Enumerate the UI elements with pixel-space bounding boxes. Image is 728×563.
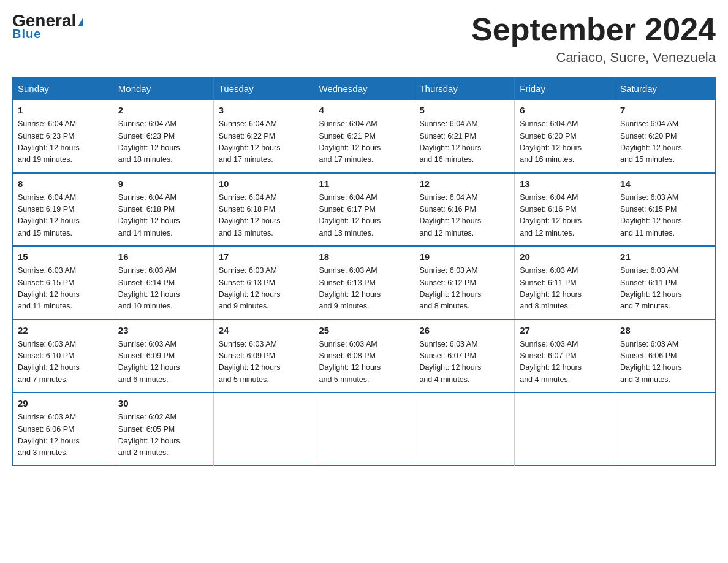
col-header-tuesday: Tuesday [213,77,314,101]
calendar-cell: 5Sunrise: 6:04 AMSunset: 6:21 PMDaylight… [414,100,515,173]
calendar-cell: 4Sunrise: 6:04 AMSunset: 6:21 PMDaylight… [314,100,414,173]
day-number: 11 [319,178,409,189]
calendar-cell: 7Sunrise: 6:04 AMSunset: 6:20 PMDaylight… [615,100,716,173]
col-header-wednesday: Wednesday [314,77,414,101]
calendar-cell: 20Sunrise: 6:03 AMSunset: 6:11 PMDayligh… [515,246,615,320]
calendar-cell: 19Sunrise: 6:03 AMSunset: 6:12 PMDayligh… [414,246,515,320]
day-info: Sunrise: 6:03 AMSunset: 6:13 PMDaylight:… [319,265,409,313]
calendar-cell: 15Sunrise: 6:03 AMSunset: 6:15 PMDayligh… [13,246,113,320]
day-info: Sunrise: 6:03 AMSunset: 6:09 PMDaylight:… [118,339,208,386]
day-info: Sunrise: 6:04 AMSunset: 6:18 PMDaylight:… [118,192,208,240]
calendar-cell: 26Sunrise: 6:03 AMSunset: 6:07 PMDayligh… [414,320,515,393]
calendar-cell: 22Sunrise: 6:03 AMSunset: 6:10 PMDayligh… [13,320,113,393]
day-number: 13 [520,178,610,189]
day-number: 2 [118,105,208,115]
day-number: 26 [419,325,509,335]
calendar-cell: 23Sunrise: 6:03 AMSunset: 6:09 PMDayligh… [113,320,213,393]
calendar-cell: 13Sunrise: 6:04 AMSunset: 6:16 PMDayligh… [515,173,615,247]
calendar-cell: 2Sunrise: 6:04 AMSunset: 6:23 PMDaylight… [113,100,213,173]
day-number: 19 [419,251,509,262]
day-info: Sunrise: 6:03 AMSunset: 6:14 PMDaylight:… [118,265,208,313]
day-number: 10 [219,178,309,189]
calendar-cell: 6Sunrise: 6:04 AMSunset: 6:20 PMDaylight… [515,100,615,173]
day-number: 25 [319,325,409,335]
day-number: 18 [319,251,409,262]
day-number: 28 [620,325,710,335]
day-info: Sunrise: 6:04 AMSunset: 6:16 PMDaylight:… [419,192,509,240]
calendar-cell: 9Sunrise: 6:04 AMSunset: 6:18 PMDaylight… [113,173,213,247]
day-info: Sunrise: 6:04 AMSunset: 6:22 PMDaylight:… [219,118,309,166]
day-info: Sunrise: 6:03 AMSunset: 6:10 PMDaylight:… [18,339,108,386]
subtitle: Cariaco, Sucre, Venezuela [471,50,716,66]
page-header: General Blue September 2024 Cariaco, Suc… [12,12,716,66]
calendar-cell: 14Sunrise: 6:03 AMSunset: 6:15 PMDayligh… [615,173,716,247]
calendar-cell: 8Sunrise: 6:04 AMSunset: 6:19 PMDaylight… [13,173,113,247]
day-number: 14 [620,178,710,189]
calendar-cell: 10Sunrise: 6:04 AMSunset: 6:18 PMDayligh… [213,173,314,247]
day-info: Sunrise: 6:03 AMSunset: 6:15 PMDaylight:… [18,265,108,313]
col-header-thursday: Thursday [414,77,515,101]
day-info: Sunrise: 6:04 AMSunset: 6:20 PMDaylight:… [520,118,610,166]
day-number: 3 [219,105,309,115]
day-info: Sunrise: 6:03 AMSunset: 6:08 PMDaylight:… [319,339,409,386]
day-info: Sunrise: 6:04 AMSunset: 6:21 PMDaylight:… [319,118,409,166]
col-header-monday: Monday [113,77,213,101]
day-number: 16 [118,251,208,262]
calendar-week-2: 8Sunrise: 6:04 AMSunset: 6:19 PMDaylight… [13,173,716,247]
logo-blue: Blue [12,27,41,41]
calendar-cell: 3Sunrise: 6:04 AMSunset: 6:22 PMDaylight… [213,100,314,173]
calendar-cell [314,393,414,465]
calendar-cell [515,393,615,465]
day-info: Sunrise: 6:04 AMSunset: 6:19 PMDaylight:… [18,192,108,240]
day-number: 15 [18,251,108,262]
calendar-week-3: 15Sunrise: 6:03 AMSunset: 6:15 PMDayligh… [13,246,716,320]
day-info: Sunrise: 6:04 AMSunset: 6:18 PMDaylight:… [219,192,309,240]
calendar-cell: 30Sunrise: 6:02 AMSunset: 6:05 PMDayligh… [113,393,213,465]
day-info: Sunrise: 6:04 AMSunset: 6:20 PMDaylight:… [620,118,710,166]
day-info: Sunrise: 6:04 AMSunset: 6:16 PMDaylight:… [520,192,610,240]
day-info: Sunrise: 6:03 AMSunset: 6:07 PMDaylight:… [419,339,509,386]
day-number: 22 [18,325,108,335]
calendar-cell [414,393,515,465]
day-number: 6 [520,105,610,115]
calendar-week-5: 29Sunrise: 6:03 AMSunset: 6:06 PMDayligh… [13,393,716,465]
day-info: Sunrise: 6:04 AMSunset: 6:23 PMDaylight:… [118,118,208,166]
day-number: 20 [520,251,610,262]
calendar-week-4: 22Sunrise: 6:03 AMSunset: 6:10 PMDayligh… [13,320,716,393]
calendar-header-row: SundayMondayTuesdayWednesdayThursdayFrid… [13,77,716,101]
day-number: 5 [419,105,509,115]
day-info: Sunrise: 6:03 AMSunset: 6:11 PMDaylight:… [620,265,710,313]
day-info: Sunrise: 6:03 AMSunset: 6:07 PMDaylight:… [520,339,610,386]
day-number: 4 [319,105,409,115]
day-info: Sunrise: 6:03 AMSunset: 6:13 PMDaylight:… [219,265,309,313]
calendar-cell [615,393,716,465]
day-info: Sunrise: 6:03 AMSunset: 6:09 PMDaylight:… [219,339,309,386]
calendar-week-1: 1Sunrise: 6:04 AMSunset: 6:23 PMDaylight… [13,100,716,173]
calendar-cell: 18Sunrise: 6:03 AMSunset: 6:13 PMDayligh… [314,246,414,320]
calendar-cell: 24Sunrise: 6:03 AMSunset: 6:09 PMDayligh… [213,320,314,393]
calendar-cell: 25Sunrise: 6:03 AMSunset: 6:08 PMDayligh… [314,320,414,393]
calendar-cell: 1Sunrise: 6:04 AMSunset: 6:23 PMDaylight… [13,100,113,173]
day-number: 24 [219,325,309,335]
calendar-cell: 27Sunrise: 6:03 AMSunset: 6:07 PMDayligh… [515,320,615,393]
day-info: Sunrise: 6:03 AMSunset: 6:15 PMDaylight:… [620,192,710,240]
day-info: Sunrise: 6:04 AMSunset: 6:21 PMDaylight:… [419,118,509,166]
calendar-cell: 11Sunrise: 6:04 AMSunset: 6:17 PMDayligh… [314,173,414,247]
day-number: 8 [18,178,108,189]
main-title: September 2024 [471,12,716,47]
day-info: Sunrise: 6:03 AMSunset: 6:06 PMDaylight:… [18,412,108,459]
calendar-cell: 21Sunrise: 6:03 AMSunset: 6:11 PMDayligh… [615,246,716,320]
day-info: Sunrise: 6:02 AMSunset: 6:05 PMDaylight:… [118,412,208,459]
day-number: 17 [219,251,309,262]
day-info: Sunrise: 6:04 AMSunset: 6:17 PMDaylight:… [319,192,409,240]
calendar-cell: 28Sunrise: 6:03 AMSunset: 6:06 PMDayligh… [615,320,716,393]
day-number: 1 [18,105,108,115]
day-number: 21 [620,251,710,262]
day-info: Sunrise: 6:03 AMSunset: 6:06 PMDaylight:… [620,339,710,386]
day-number: 29 [18,398,108,408]
day-info: Sunrise: 6:03 AMSunset: 6:12 PMDaylight:… [419,265,509,313]
col-header-sunday: Sunday [13,77,113,101]
col-header-friday: Friday [515,77,615,101]
day-number: 12 [419,178,509,189]
calendar-cell: 16Sunrise: 6:03 AMSunset: 6:14 PMDayligh… [113,246,213,320]
